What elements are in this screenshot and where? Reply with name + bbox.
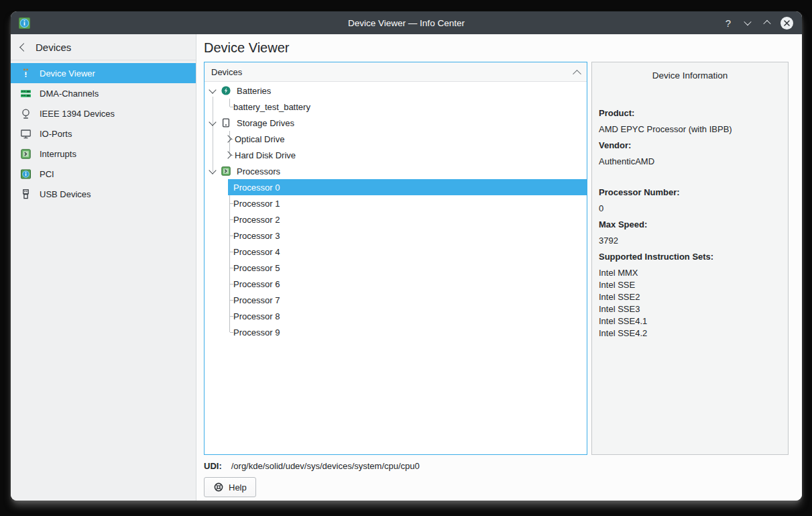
storage-drive-icon (221, 117, 231, 128)
help-buoy-icon (213, 482, 224, 493)
maximize-button[interactable] (760, 15, 774, 30)
info-fields: Product:AMD EPYC Processor (with IBPB)Ve… (599, 105, 781, 340)
titlebar-help-button[interactable]: ? (721, 15, 736, 30)
tree-section-header[interactable]: Devices (205, 62, 587, 82)
expander-open-icon[interactable] (209, 118, 216, 125)
info-field-value: 3792 (599, 233, 781, 249)
tree-node-label: Processor 7 (233, 295, 280, 305)
back-chevron-icon (19, 43, 28, 52)
tree-node-processor-3[interactable]: Processor 3 (205, 227, 587, 244)
help-button-label: Help (229, 482, 247, 493)
tree-node-label: Processors (237, 166, 280, 176)
tree-node-storage-drives[interactable]: Storage Drives (205, 115, 587, 131)
device-viewer-icon (20, 68, 32, 79)
sidebar-item-label: DMA-Channels (40, 89, 99, 99)
tree-node-processor-4[interactable]: Processor 4 (205, 244, 587, 260)
info-spacer (599, 170, 781, 185)
info-field-label: Vendor: (599, 138, 781, 154)
expander-open-icon[interactable] (209, 86, 216, 93)
udi-label: UDI: (204, 461, 222, 471)
info-field-value: AMD EPYC Processor (with IBPB) (599, 121, 781, 138)
titlebar[interactable]: Device Viewer — Info Center ? (11, 11, 802, 34)
sidebar-item-interrupts[interactable]: Interrupts (11, 144, 196, 164)
info-field-label: Supported Instruction Sets: (599, 249, 781, 265)
expander-closed-icon[interactable] (224, 151, 231, 158)
sidebar-item-ieee-1394-devices[interactable]: IEEE 1394 Devices (11, 103, 196, 123)
info-panel-title: Device Information (599, 70, 781, 81)
info-field-label: Product: (599, 105, 781, 121)
udi-row: UDI: /org/kde/solid/udev/sys/devices/sys… (204, 461, 789, 471)
minimize-button[interactable] (740, 15, 755, 30)
info-center-app-icon (18, 17, 31, 30)
tree-node-label: Processor 3 (233, 231, 280, 241)
sidebar-item-pci[interactable]: PCI (11, 164, 196, 184)
ieee-1394-icon (20, 108, 32, 119)
device-tree: Batteriesbattery_test_batteryStorage Dri… (205, 82, 587, 454)
tree-node-label: Processor 9 (233, 327, 280, 338)
tree-node-optical-drive[interactable]: Optical Drive (205, 131, 587, 147)
expander-closed-icon[interactable] (224, 135, 231, 142)
tree-node-label: Processor 1 (233, 199, 280, 209)
selection-highlight (228, 179, 587, 195)
tree-node-label: Storage Drives (237, 118, 294, 128)
chevron-up-icon (763, 20, 770, 28)
close-button[interactable] (779, 15, 794, 30)
tree-node-hard-disk-drive[interactable]: Hard Disk Drive (205, 147, 587, 163)
tree-node-processor-9[interactable]: Processor 9 (205, 324, 587, 340)
expander-open-icon[interactable] (209, 166, 216, 174)
tree-node-processor-8[interactable]: Processor 8 (205, 308, 587, 324)
chevron-down-icon (744, 18, 751, 25)
tree-node-label: Processor 2 (233, 215, 280, 225)
sidebar-item-label: Device Viewer (40, 68, 95, 79)
tree-node-label: Processor 5 (233, 263, 280, 273)
tree-node-battery-test-battery[interactable]: battery_test_battery (205, 99, 587, 115)
sidebar-item-label: IEEE 1394 Devices (40, 109, 115, 119)
tree-node-label: battery_test_battery (233, 102, 310, 112)
tree-node-processor-6[interactable]: Processor 6 (205, 276, 587, 292)
collapse-chevron-icon (573, 69, 581, 78)
usb-devices-icon (20, 189, 32, 200)
tree-node-label: Hard Disk Drive (235, 150, 296, 160)
tree-node-label: Processor 8 (233, 311, 280, 321)
info-field-label: Processor Number: (599, 185, 781, 201)
main-content: Device Viewer Devices Batteriesbattery_t… (196, 34, 802, 501)
tree-node-label: Processor 4 (233, 247, 280, 257)
sidebar-item-label: PCI (40, 169, 54, 179)
tree-node-processor-0[interactable]: Processor 0 (205, 179, 587, 195)
tree-node-processor-7[interactable]: Processor 7 (205, 292, 587, 308)
tree-branch-line (229, 324, 230, 332)
tree-branch-line (229, 99, 230, 107)
sidebar-item-dma-channels[interactable]: DMA-Channels (11, 83, 196, 103)
interrupts-icon (20, 148, 32, 160)
sidebar-item-label: USB Devices (40, 189, 91, 199)
sidebar-item-io-ports[interactable]: IO-Ports (11, 123, 196, 144)
sidebar-item-usb-devices[interactable]: USB Devices (11, 184, 196, 204)
tree-node-label: Optical Drive (235, 134, 284, 144)
help-button[interactable]: Help (204, 477, 256, 497)
sidebar-back-header[interactable]: Devices (11, 34, 196, 60)
tree-node-batteries[interactable]: Batteries (205, 83, 587, 99)
sidebar-title: Devices (36, 42, 71, 53)
battery-icon (221, 85, 231, 96)
sidebar-item-device-viewer[interactable]: Device Viewer (11, 63, 196, 83)
device-information-panel: Device Information Product:AMD EPYC Proc… (591, 62, 789, 455)
dma-channels-icon (20, 88, 32, 99)
sidebar: Devices Device ViewerDMA-ChannelsIEEE 13… (11, 34, 196, 501)
desktop-background: Device Viewer — Info Center ? Devices (0, 0, 812, 516)
tree-node-processors[interactable]: Processors (205, 163, 587, 179)
tree-node-label: Processor 6 (233, 279, 280, 289)
processor-icon (221, 166, 231, 176)
info-field-value: 0 (599, 201, 781, 217)
window-title: Device Viewer — Info Center (11, 18, 802, 28)
udi-value: /org/kde/solid/udev/sys/devices/system/c… (231, 461, 420, 471)
info-field-value: Intel MMX Intel SSE Intel SSE2 Intel SSE… (599, 265, 781, 340)
device-tree-panel: Devices Batteriesbattery_test_batterySto… (204, 62, 587, 455)
close-icon (780, 17, 793, 30)
sidebar-item-label: IO-Ports (40, 129, 72, 139)
sidebar-list: Device ViewerDMA-ChannelsIEEE 1394 Devic… (11, 60, 196, 204)
tree-node-processor-1[interactable]: Processor 1 (205, 195, 587, 211)
tree-header-label: Devices (211, 67, 242, 77)
tree-node-processor-5[interactable]: Processor 5 (205, 260, 587, 276)
tree-node-processor-2[interactable]: Processor 2 (205, 211, 587, 227)
info-center-window: Device Viewer — Info Center ? Devices (11, 11, 802, 501)
